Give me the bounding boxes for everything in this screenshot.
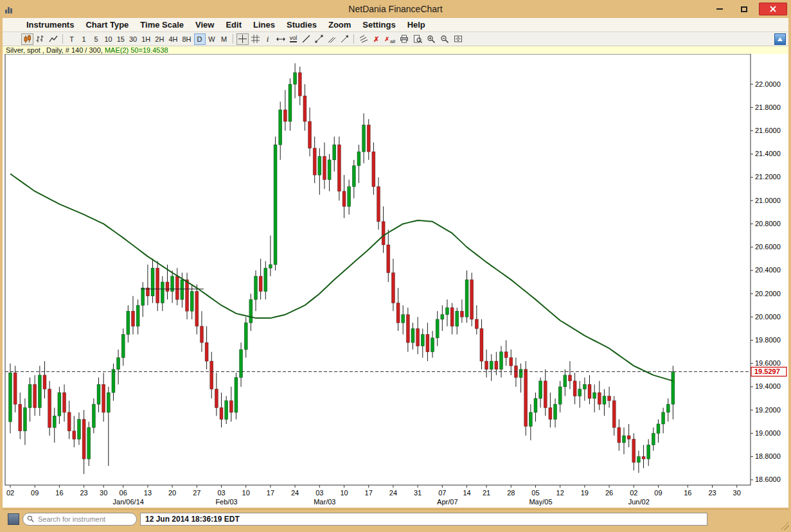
svg-text:23: 23 [80,489,87,497]
timeframe-button-2h[interactable]: 2H [153,33,166,45]
timeframe-button-30[interactable]: 30 [127,33,139,45]
svg-text:05: 05 [531,489,539,497]
x-axis[interactable]: 020916233006Jan/06/1413202703Feb/0310172… [6,485,741,506]
menu-item-time-scale[interactable]: Time Scale [134,18,190,32]
maximize-button[interactable] [734,3,754,15]
svg-text:23: 23 [708,489,716,497]
price-tag: 19.5297 [751,367,787,376]
instrument-label: Silver, spot , Daily, # 140 / 300, [6,46,105,54]
instrument-search[interactable] [22,513,137,526]
svg-text:16: 16 [684,489,691,497]
svg-text:21.4000: 21.4000 [755,150,781,157]
svg-text:17: 17 [365,489,373,497]
svg-text:13: 13 [144,489,152,497]
print-icon[interactable] [398,33,411,45]
close-icon [770,6,776,12]
timeframe-group: T151015301H2H4H8HDWM [66,33,230,45]
trendline-icon[interactable] [300,33,312,45]
menu-item-studies[interactable]: Studies [281,18,323,32]
autoscale-icon[interactable] [452,33,465,45]
svg-text:19.5297: 19.5297 [754,368,780,375]
timeframe-button-d[interactable]: D [194,33,206,45]
svg-text:20.6000: 20.6000 [755,243,781,251]
timeframe-button-t[interactable]: T [66,33,78,45]
delete-line-icon[interactable]: ✗ [371,33,382,45]
search-input[interactable] [37,515,132,524]
app-window: { "window": { "title": "NetDania Finance… [0,0,791,532]
minimize-button[interactable] [710,3,729,15]
svg-text:27: 27 [193,489,200,497]
zoom-in-icon[interactable] [425,33,438,45]
menu-item-chart-type[interactable]: Chart Type [80,18,134,32]
timeframe-button-8h[interactable]: 8H [180,33,193,45]
svg-text:14: 14 [463,489,470,497]
volume-icon[interactable]: vol [288,33,299,45]
timeframe-button-1[interactable]: 1 [78,33,90,45]
horizontal-scroll-icon[interactable] [274,33,287,45]
timeframe-button-w[interactable]: W [206,33,218,45]
ray-icon[interactable] [339,33,351,45]
y-axis[interactable]: 22.000021.800021.600021.400021.200021.00… [751,80,781,484]
expand-panel-icon[interactable] [774,33,786,45]
menu-item-instruments[interactable]: Instruments [21,18,80,32]
clock-display: 12 Jun 2014 18:36:19 EDT [140,513,707,526]
timeframe-button-10[interactable]: 10 [103,33,114,45]
grid-icon[interactable] [249,33,262,45]
svg-text:21.2000: 21.2000 [755,173,781,181]
status-app-icon [8,513,19,525]
menu-item-help[interactable]: Help [402,18,431,32]
timeframe-button-4h[interactable]: 4H [166,33,179,45]
candlestick-chart-icon[interactable] [21,33,33,45]
timeframe-button-5[interactable]: 5 [91,33,102,45]
zoom-out-icon[interactable] [438,33,451,45]
minimize-icon [716,8,723,10]
parallel-channel-icon[interactable] [326,33,338,45]
trendline-handles-icon[interactable] [313,33,325,45]
resize-grip[interactable] [780,521,789,530]
edit-lines-icon[interactable] [357,33,370,45]
status-bar: 12 Jun 2014 18:36:19 EDT [3,509,788,528]
timeframe-button-15[interactable]: 15 [115,33,127,45]
plot-area[interactable] [5,54,751,485]
svg-text:20.8000: 20.8000 [755,220,781,227]
svg-text:21.8000: 21.8000 [755,103,781,111]
menu-item-view[interactable]: View [190,18,220,32]
window-title: NetDania FinanceChart [0,4,791,14]
timeframe-button-1h[interactable]: 1H [139,33,152,45]
svg-text:12: 12 [556,489,564,497]
svg-text:18.8000: 18.8000 [755,452,781,460]
svg-text:30: 30 [100,489,107,497]
svg-text:20: 20 [168,489,176,497]
info-icon[interactable]: i [262,33,274,45]
line-chart-icon[interactable] [47,33,60,45]
svg-text:02: 02 [6,489,14,497]
toolbar-separator [233,34,233,44]
timeframe-button-m[interactable]: M [218,33,230,45]
svg-text:10: 10 [242,489,250,497]
svg-text:Feb/03: Feb/03 [215,498,237,506]
maximize-icon [741,6,747,12]
svg-text:19.2000: 19.2000 [755,406,781,414]
menu-item-edit[interactable]: Edit [220,18,247,32]
chart-canvas[interactable]: 22.000021.800021.600021.400021.200021.00… [3,54,788,508]
svg-text:06: 06 [120,489,127,497]
svg-text:20.4000: 20.4000 [755,266,781,274]
menu-item-zoom[interactable]: Zoom [323,18,357,32]
svg-text:Jan/06/14: Jan/06/14 [113,498,144,506]
menu-item-lines[interactable]: Lines [247,18,281,32]
delete-all-lines-icon[interactable]: ✗all [383,33,398,45]
svg-text:28: 28 [507,489,515,497]
title-bar[interactable]: NetDania FinanceChart [0,0,791,18]
chart-header: Silver, spot , Daily, # 140 / 300, MAE(2… [3,46,788,54]
svg-text:24: 24 [291,489,299,497]
ohlc-bar-chart-icon[interactable] [34,33,46,45]
svg-text:16: 16 [55,489,63,497]
svg-text:30: 30 [733,489,741,497]
svg-text:19.8000: 19.8000 [755,336,781,344]
crosshair-icon[interactable] [236,33,249,45]
print-preview-icon[interactable] [411,33,424,45]
menu-item-settings[interactable]: Settings [357,18,401,32]
close-button[interactable] [759,3,787,15]
svg-text:02: 02 [630,489,637,497]
search-icon [27,515,34,522]
